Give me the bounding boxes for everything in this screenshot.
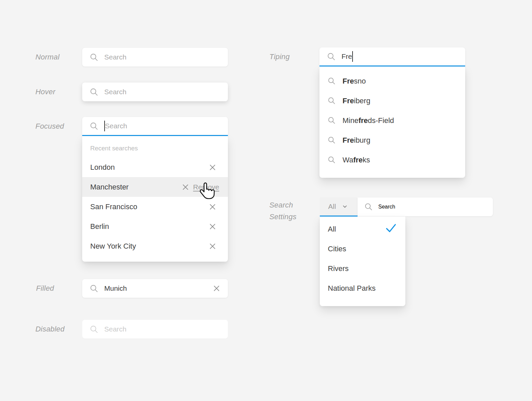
recent-search-label: Berlin bbox=[90, 222, 109, 231]
suggestion-row[interactable]: Wafreks bbox=[319, 150, 465, 170]
search-icon bbox=[327, 136, 336, 144]
search-icon bbox=[327, 97, 336, 105]
search-input-hover[interactable]: Search bbox=[82, 83, 228, 101]
recent-search-row[interactable]: Berlin bbox=[82, 217, 228, 236]
label-hover: Hover bbox=[35, 87, 55, 97]
label-focused: Focused bbox=[35, 121, 64, 131]
search-icon bbox=[327, 52, 336, 61]
search-input-filled[interactable]: Munich bbox=[82, 279, 228, 298]
search-input-disabled: Search bbox=[82, 320, 228, 339]
search-placeholder: Search bbox=[104, 53, 127, 61]
selected-check bbox=[385, 223, 397, 235]
recent-search-row[interactable]: New York City bbox=[82, 236, 228, 256]
label-search-settings-line1: Search bbox=[269, 199, 296, 211]
search-icon bbox=[90, 53, 99, 62]
search-placeholder: Search bbox=[104, 88, 127, 96]
label-disabled: Disabled bbox=[35, 324, 64, 334]
chevron-down-icon bbox=[342, 203, 348, 210]
search-value: Munich bbox=[104, 284, 127, 292]
filter-option-label: All bbox=[328, 225, 336, 234]
search-input-focused[interactable]: Search bbox=[82, 117, 228, 136]
filter-option-all[interactable]: All bbox=[320, 219, 405, 239]
text-caret bbox=[352, 51, 353, 62]
close-icon bbox=[209, 203, 217, 211]
recent-search-label: San Francisco bbox=[90, 203, 137, 211]
suggestion-label: Freiberg bbox=[343, 97, 370, 105]
search-icon bbox=[90, 325, 99, 334]
recent-searches-list: LondonManchesterRemoveSan FranciscoBerli… bbox=[82, 157, 228, 256]
search-input-settings[interactable]: Search bbox=[358, 197, 493, 216]
clear-button[interactable] bbox=[213, 284, 221, 292]
close-icon bbox=[181, 183, 189, 191]
search-states-canvas: Normal Hover Focused Filled Disabled Sea… bbox=[0, 0, 532, 401]
suggestions-panel: FresnoFreibergMinefreds-FieldFreiburgWaf… bbox=[319, 66, 465, 178]
search-icon bbox=[364, 203, 373, 211]
check-icon bbox=[385, 223, 397, 233]
recent-search-label: London bbox=[90, 163, 115, 172]
hand-pointer-cursor-icon bbox=[199, 182, 215, 200]
suggestion-row[interactable]: Minefreds-Field bbox=[319, 111, 465, 130]
search-icon bbox=[90, 284, 99, 293]
filter-option-label: Rivers bbox=[328, 264, 349, 273]
search-input-typing[interactable]: Fre bbox=[319, 47, 465, 66]
suggestion-row[interactable]: Fresno bbox=[319, 71, 465, 91]
label-search-settings: Search Settings bbox=[269, 199, 296, 223]
suggestion-label: Wafreks bbox=[343, 156, 370, 164]
suggestion-label: Minefreds-Field bbox=[343, 116, 394, 125]
remove-recent-button[interactable] bbox=[209, 242, 217, 250]
search-icon bbox=[90, 88, 99, 97]
search-placeholder: Search bbox=[104, 325, 127, 333]
filter-selected-value: All bbox=[328, 203, 336, 211]
search-icon bbox=[327, 156, 336, 164]
filter-options-menu: AllCitiesRiversNational Parks bbox=[320, 217, 405, 306]
close-icon bbox=[209, 242, 217, 250]
search-placeholder: Search bbox=[105, 122, 127, 130]
recent-searches-header: Recent searches bbox=[82, 136, 228, 157]
search-icon bbox=[327, 116, 336, 125]
label-normal: Normal bbox=[35, 52, 59, 62]
suggestion-row[interactable]: Freiberg bbox=[319, 91, 465, 111]
close-icon bbox=[209, 223, 217, 231]
suggestion-label: Fresno bbox=[343, 77, 366, 86]
suggestion-row[interactable]: Freiburg bbox=[319, 130, 465, 150]
label-search-settings-line2: Settings bbox=[269, 211, 296, 223]
filter-option-label: National Parks bbox=[328, 284, 376, 293]
label-filled: Filled bbox=[36, 283, 54, 293]
filter-option-rivers[interactable]: Rivers bbox=[320, 259, 405, 278]
remove-recent-button[interactable] bbox=[209, 163, 217, 171]
search-icon bbox=[327, 77, 336, 85]
remove-recent-button[interactable] bbox=[209, 223, 217, 231]
search-icon bbox=[90, 122, 99, 131]
close-icon bbox=[209, 163, 217, 171]
suggestions-list: FresnoFreibergMinefreds-FieldFreiburgWaf… bbox=[319, 71, 465, 170]
search-input-normal[interactable]: Search bbox=[82, 48, 228, 66]
recent-search-label: New York City bbox=[90, 242, 136, 251]
suggestion-label: Freiburg bbox=[343, 136, 370, 145]
remove-recent-button[interactable] bbox=[209, 203, 217, 211]
close-icon bbox=[213, 284, 221, 292]
recent-search-label: Manchester bbox=[90, 183, 129, 191]
filter-dropdown-button[interactable]: All bbox=[320, 197, 358, 217]
search-placeholder: Search bbox=[378, 204, 395, 210]
label-typing: Tiping bbox=[269, 52, 290, 62]
search-query: Fre bbox=[342, 52, 352, 60]
recent-search-row[interactable]: London bbox=[82, 157, 228, 177]
filter-option-cities[interactable]: Cities bbox=[320, 239, 405, 259]
filter-option-national-parks[interactable]: National Parks bbox=[320, 278, 405, 298]
filter-option-label: Cities bbox=[328, 245, 346, 253]
filter-options-list: AllCitiesRiversNational Parks bbox=[320, 219, 405, 298]
